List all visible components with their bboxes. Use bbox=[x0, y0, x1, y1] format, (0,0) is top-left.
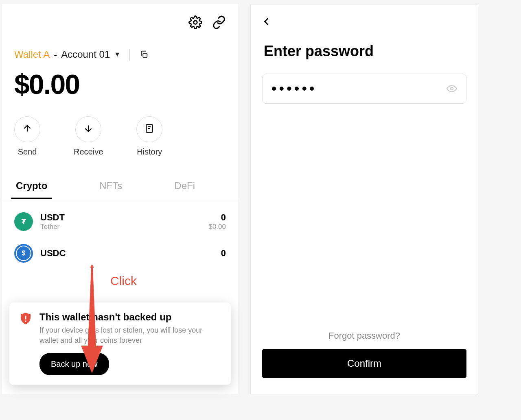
history-label: History bbox=[137, 147, 162, 157]
copy-icon[interactable] bbox=[140, 50, 149, 59]
password-value: •••••• bbox=[271, 80, 442, 97]
token-fiat: $0.00 bbox=[208, 223, 226, 231]
backup-title: This wallet hasn't backed up bbox=[39, 311, 222, 323]
send-button[interactable]: Send bbox=[14, 116, 40, 157]
svg-point-5 bbox=[451, 87, 453, 90]
enter-password-screen: Enter password •••••• Forgot password? C… bbox=[250, 4, 478, 394]
token-amount: 0 bbox=[221, 248, 226, 259]
usdt-icon: ₮ bbox=[14, 212, 33, 231]
tab-nfts[interactable]: NFTs bbox=[98, 173, 124, 199]
token-symbol: USDT bbox=[40, 212, 201, 223]
send-label: Send bbox=[18, 147, 37, 157]
eye-icon[interactable] bbox=[447, 83, 457, 94]
total-balance: $0.00 bbox=[2, 60, 238, 100]
backup-warning-card: This wallet hasn't backed up If your dev… bbox=[9, 302, 231, 385]
svg-rect-4 bbox=[25, 321, 26, 322]
wallet-name: Wallet A bbox=[14, 49, 50, 60]
svg-point-0 bbox=[194, 21, 197, 24]
tab-defi[interactable]: DeFi bbox=[173, 173, 197, 199]
shield-alert-icon bbox=[18, 311, 33, 326]
back-button[interactable] bbox=[251, 4, 478, 29]
receive-label: Receive bbox=[74, 147, 103, 157]
backup-description: If your device gets lost or stolen, you … bbox=[39, 325, 222, 346]
account-name: Account 01 bbox=[61, 49, 110, 60]
usdc-icon: $ bbox=[14, 244, 33, 263]
arrow-up-icon bbox=[22, 123, 33, 135]
password-input[interactable]: •••••• bbox=[262, 74, 466, 104]
wallet-home-screen: Wallet A - Account 01 ▼ │ $0.00 Send Rec… bbox=[2, 4, 238, 394]
wallet-selector[interactable]: Wallet A - Account 01 ▼ │ bbox=[2, 29, 238, 60]
token-symbol: USDC bbox=[40, 248, 214, 259]
tab-crypto[interactable]: Crypto bbox=[14, 173, 49, 199]
link-icon[interactable] bbox=[212, 15, 226, 29]
backup-now-button[interactable]: Back up now bbox=[39, 353, 109, 375]
chevron-down-icon: ▼ bbox=[114, 51, 120, 58]
gear-icon[interactable] bbox=[188, 15, 202, 29]
receive-button[interactable]: Receive bbox=[74, 116, 103, 157]
token-name: Tether bbox=[40, 223, 201, 231]
document-icon bbox=[144, 123, 155, 135]
confirm-button[interactable]: Confirm bbox=[262, 349, 466, 378]
token-row-usdt[interactable]: ₮ USDT Tether 0 $0.00 bbox=[14, 206, 226, 237]
forgot-password-link[interactable]: Forgot password? bbox=[251, 331, 478, 341]
token-row-usdc[interactable]: $ USDC 0 bbox=[14, 237, 226, 269]
arrow-down-icon bbox=[83, 123, 94, 135]
svg-rect-3 bbox=[25, 316, 26, 320]
token-amount: 0 bbox=[208, 212, 226, 223]
svg-rect-1 bbox=[143, 53, 147, 57]
history-button[interactable]: History bbox=[136, 116, 162, 157]
page-title: Enter password bbox=[251, 29, 478, 60]
